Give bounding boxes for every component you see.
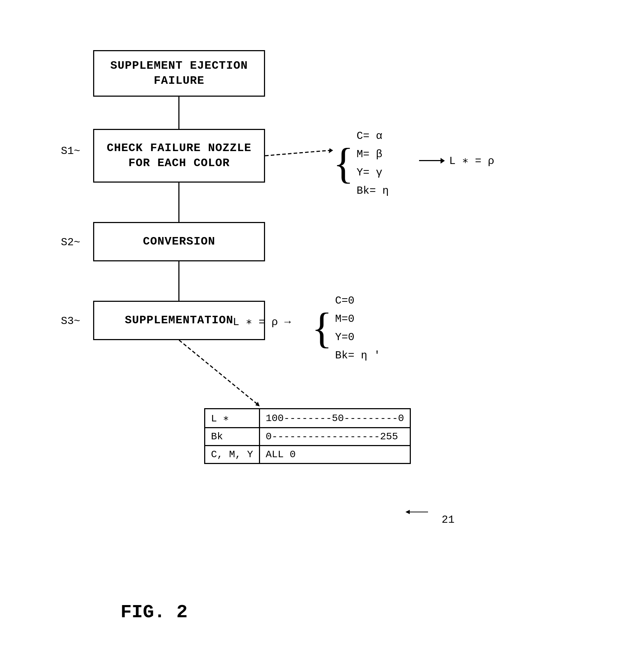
- table-row-bk: Bk 0------------------255: [205, 428, 410, 446]
- step-s1-label: S1~: [61, 145, 80, 157]
- brace1-values: C= α M= β Y= γ Bk= η: [357, 127, 389, 200]
- box4-label: SUPPLEMENTATION: [125, 313, 233, 328]
- table-row-cmy: C, M, Y ALL 0: [205, 446, 410, 464]
- brace2-y: Y=0: [335, 328, 380, 347]
- connector-2-to-3: [178, 183, 179, 222]
- box-check-failure-nozzle: CHECK FAILURE NOZZLE FOR EACH COLOR: [93, 129, 265, 183]
- arrow-l-star-rho-2: L ∗ = ρ →: [233, 315, 291, 328]
- connector-3-to-4: [178, 261, 179, 301]
- table-cell-bk-value: 0------------------255: [259, 428, 410, 446]
- brace2-c: C=0: [335, 292, 380, 310]
- table-row-l-star: L ∗ 100--------50---------0: [205, 409, 410, 428]
- brace2-values: C=0 M=0 Y=0 Bk= η ': [335, 292, 380, 365]
- table-cell-bk-label: Bk: [205, 428, 260, 446]
- box-supplement-ejection-failure: SUPPLEMENT EJECTION FAILURE: [93, 50, 265, 97]
- box-conversion: CONVERSION: [93, 222, 265, 261]
- dashed-arrow-box4-table: [154, 340, 297, 412]
- brace1-bk: Bk= η: [357, 182, 389, 200]
- box1-label: SUPPLEMENT EJECTION FAILURE: [110, 58, 248, 88]
- brace2-m: M=0: [335, 310, 380, 328]
- diagram-container: SUPPLEMENT EJECTION FAILURE S1~ CHECK FA…: [29, 21, 616, 630]
- brace1-y: Y= γ: [357, 164, 389, 182]
- brace2-open: {: [312, 307, 332, 350]
- box3-label: CONVERSION: [143, 234, 215, 249]
- step-s3-label: S3~: [61, 315, 80, 327]
- figure-label: FIG. 2: [29, 602, 279, 623]
- lookup-table: L ∗ 100--------50---------0 Bk 0--------…: [204, 408, 411, 464]
- brace1-open: {: [333, 142, 354, 185]
- brace1-group: { C= α M= β Y= γ Bk= η: [333, 127, 389, 200]
- table-cell-l-star-value: 100--------50---------0: [259, 409, 410, 428]
- box2-label: CHECK FAILURE NOZZLE FOR EACH COLOR: [107, 141, 251, 170]
- l-star-rho-label-1: L ∗ = ρ: [449, 154, 494, 167]
- svg-marker-5: [405, 510, 410, 514]
- brace2-bk: Bk= η ': [335, 347, 380, 365]
- ref-number-21: 21: [405, 508, 455, 526]
- dashed-arrow-box2-brace1: [265, 129, 337, 183]
- l-star-rho-label-2: L ∗ = ρ →: [233, 315, 291, 328]
- table-cell-cmy-value: ALL 0: [259, 446, 410, 464]
- brace1-m: M= β: [357, 145, 389, 164]
- svg-line-2: [179, 340, 258, 405]
- connector-1-to-2: [178, 97, 179, 129]
- table-cell-l-star-label: L ∗: [205, 409, 260, 428]
- ref-arrow: [405, 508, 433, 523]
- brace1-c: C= α: [357, 127, 389, 145]
- svg-marker-1: [329, 148, 333, 153]
- arrow-l-star-rho-1: L ∗ = ρ: [419, 154, 494, 167]
- svg-line-0: [265, 150, 330, 156]
- table-cell-cmy-label: C, M, Y: [205, 446, 260, 464]
- step-s2-label: S2~: [61, 236, 80, 248]
- brace2-group: { C=0 M=0 Y=0 Bk= η ': [312, 292, 380, 365]
